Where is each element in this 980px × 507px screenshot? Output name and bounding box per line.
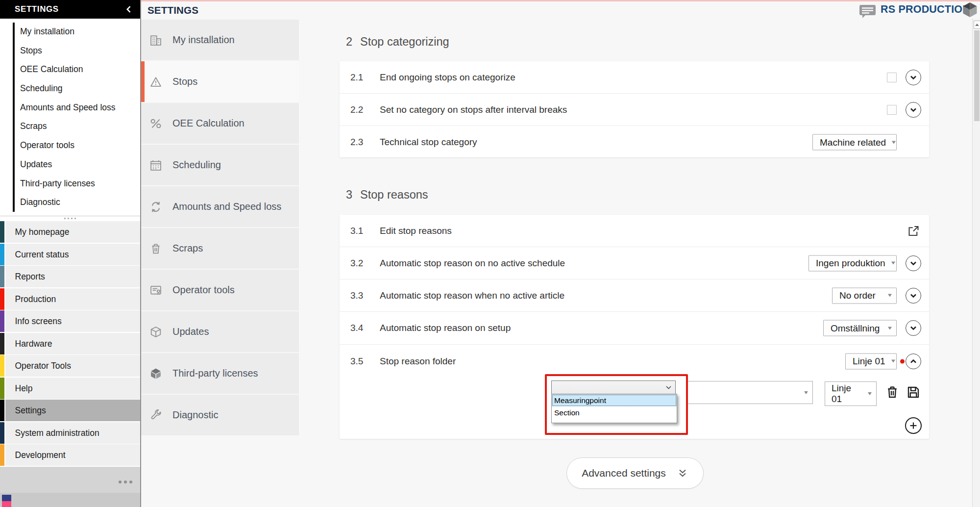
collapse-row-button[interactable] <box>906 354 921 369</box>
folder-line-dropdown[interactable]: Linje 01 <box>825 381 877 406</box>
scroll-up-button[interactable] <box>974 21 980 29</box>
chat-icon[interactable] <box>859 4 877 18</box>
row-label: Automatic stop reason on no active sched… <box>380 258 565 269</box>
sidebar-item-operator-tools[interactable]: Operator Tools <box>0 355 140 377</box>
row-label: End ongoing stops on categorize <box>380 72 515 83</box>
select-option-section[interactable]: Section <box>552 406 677 419</box>
external-link-icon[interactable] <box>907 224 920 237</box>
menu-item-amounts-speed-loss[interactable]: Amounts and Speed loss <box>141 186 299 227</box>
building-icon <box>149 33 163 47</box>
brand-hexagon-icon[interactable] <box>961 2 979 18</box>
folder-type-select-open-list: Measuringpoint Section <box>551 394 677 423</box>
menu-item-third-party-licenses[interactable]: Third-party licenses <box>141 353 299 394</box>
row-label: Automatic stop reason when no active art… <box>380 290 564 301</box>
unsaved-changes-dot <box>900 359 905 363</box>
active-item-accent-bar <box>141 61 145 102</box>
expand-row-button[interactable] <box>906 255 921 271</box>
sidebar-item-production[interactable]: Production <box>0 288 140 310</box>
menu-item-oee-calculation[interactable]: OEE Calculation <box>141 103 299 144</box>
sidebar-item-info-screens[interactable]: Info screens <box>0 310 140 332</box>
stop-reason-folder-dropdown[interactable]: Linje 01 <box>845 353 897 369</box>
nav-color-strip <box>0 221 4 243</box>
no-category-after-breaks-checkbox[interactable] <box>887 105 897 115</box>
no-active-article-reason-dropdown[interactable]: No order <box>832 287 897 304</box>
sidebar-title: SETTINGS <box>15 4 59 14</box>
technical-stop-category-dropdown[interactable]: Machine related <box>812 134 897 151</box>
caret-down-icon <box>892 141 896 144</box>
sidebar-item-settings[interactable]: Settings <box>0 400 140 421</box>
wrench-icon <box>149 408 163 422</box>
setting-row-3-1: 3.1 Edit stop reasons <box>340 215 929 247</box>
menu-item-operator-tools[interactable]: Operator tools <box>141 270 299 310</box>
settings-menu-title: SETTINGS <box>147 4 198 16</box>
dropdown-value: No order <box>839 290 876 301</box>
sidebar-item-system-administration[interactable]: System administration <box>0 422 140 444</box>
menu-item-scraps[interactable]: Scraps <box>141 228 299 269</box>
section-header-stop-categorizing: 2 Stop categorizing <box>346 35 449 49</box>
sidebar-footer <box>0 467 140 493</box>
app-window: SETTINGS My installation Stops OEE Calcu… <box>0 0 980 507</box>
quick-link-amounts-speed-loss[interactable]: Amounts and Speed loss <box>20 98 138 117</box>
warning-triangle-icon <box>149 75 163 89</box>
advanced-settings-button[interactable]: Advanced settings <box>566 457 704 489</box>
quick-link-operator-tools[interactable]: Operator tools <box>20 136 138 155</box>
select-option-measuringpoint[interactable]: Measuringpoint <box>552 394 677 406</box>
section-header-stop-reasons: 3 Stop reasons <box>346 188 428 202</box>
language-flag-icon[interactable] <box>2 495 11 507</box>
sidebar-item-help[interactable]: Help <box>0 378 140 399</box>
more-options-icon[interactable] <box>117 479 134 485</box>
no-active-schedule-reason-dropdown[interactable]: Ingen produktion <box>808 255 897 271</box>
nav-color-strip <box>0 333 4 355</box>
quick-link-third-party-licenses[interactable]: Third-party licenses <box>20 174 138 193</box>
setting-row-3-5: 3.5 Stop reason folder Linje 01 <box>340 344 929 378</box>
nav-color-strip <box>0 288 4 310</box>
sidebar-item-development[interactable]: Development <box>0 444 140 466</box>
sidebar-quick-panel: My installation Stops OEE Calculation Sc… <box>0 19 140 216</box>
collapse-sidebar-icon[interactable] <box>124 5 133 14</box>
quick-link-my-installation[interactable]: My installation <box>20 22 138 41</box>
sidebar-drag-handle[interactable] <box>0 216 140 221</box>
end-ongoing-stops-checkbox[interactable] <box>887 73 897 82</box>
sidebar-item-hardware[interactable]: Hardware <box>0 333 140 355</box>
menu-item-label: Stops <box>172 76 197 87</box>
folder-value-dropdown[interactable] <box>686 381 813 404</box>
expand-row-button[interactable] <box>906 320 921 336</box>
nav-color-strip <box>0 355 4 377</box>
row-label: Stop reason folder <box>380 356 456 367</box>
quick-link-scraps[interactable]: Scraps <box>20 117 138 136</box>
menu-item-updates[interactable]: Updates <box>141 311 299 352</box>
quick-link-scheduling[interactable]: Scheduling <box>20 79 138 98</box>
folder-type-select[interactable] <box>551 380 676 394</box>
menu-item-stops[interactable]: Stops <box>141 61 299 102</box>
row-number: 3.3 <box>350 290 363 301</box>
quick-link-oee-calculation[interactable]: OEE Calculation <box>20 60 138 79</box>
expand-row-button[interactable] <box>906 70 921 85</box>
caret-down-icon <box>891 262 895 265</box>
sidebar-item-current-status[interactable]: Current status <box>0 244 140 265</box>
sidebar-item-reports[interactable]: Reports <box>0 266 140 287</box>
scrollbar-thumb[interactable] <box>974 30 980 121</box>
menu-item-scheduling[interactable]: Scheduling <box>141 145 299 185</box>
setup-reason-dropdown[interactable]: Omställning <box>823 320 897 336</box>
caret-down-icon <box>891 360 895 363</box>
brand-logo-text[interactable]: RS PRODUCTION <box>881 3 970 16</box>
caret-down-icon <box>888 294 892 297</box>
nav-label: Hardware <box>5 333 141 355</box>
quick-panel-accent-line <box>13 23 15 212</box>
quick-link-diagnostic[interactable]: Diagnostic <box>20 193 138 212</box>
save-folder-icon[interactable] <box>906 385 921 401</box>
nav-label: Reports <box>5 266 141 287</box>
quick-link-updates[interactable]: Updates <box>20 155 138 174</box>
menu-item-my-installation[interactable]: My installation <box>141 20 299 60</box>
vertical-scrollbar[interactable] <box>972 19 980 507</box>
sidebar-item-my-homepage[interactable]: My homepage <box>0 221 140 243</box>
setting-row-3-2: 3.2 Automatic stop reason on no active s… <box>340 247 929 279</box>
row-number: 3.5 <box>350 356 363 367</box>
add-folder-button[interactable] <box>905 417 922 434</box>
delete-folder-icon[interactable] <box>885 384 900 400</box>
quick-link-stops[interactable]: Stops <box>20 41 138 60</box>
expand-row-button[interactable] <box>906 288 921 304</box>
menu-item-diagnostic[interactable]: Diagnostic <box>141 395 299 435</box>
nav-label: Development <box>5 444 141 466</box>
expand-row-button[interactable] <box>906 102 921 118</box>
